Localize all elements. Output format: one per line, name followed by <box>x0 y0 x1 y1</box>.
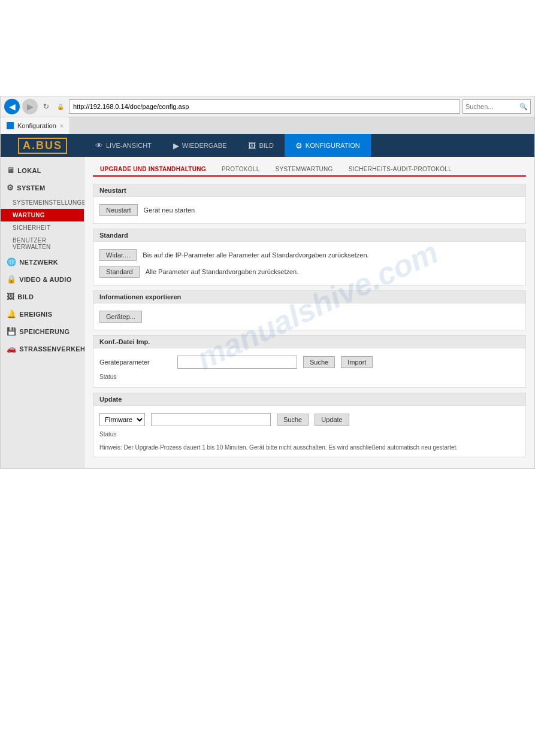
standard-description: Alle Parameter auf Standardvorgaben zurü… <box>146 268 519 275</box>
url-bar[interactable] <box>69 99 460 114</box>
konf-status-label: Status <box>99 374 116 380</box>
strassenverkehr-icon: 🚗 <box>7 344 16 353</box>
info-export-row: Gerätep... <box>99 308 519 325</box>
sidebar-label-strassenverkehr: STRASSENVERKEHR <box>19 345 90 353</box>
browser-toolbar: ◀ ▶ ↻ 🔒 🔍 <box>0 96 535 117</box>
geraetep-button[interactable]: Gerätep... <box>99 311 142 323</box>
nav-item-config[interactable]: ⚙ KONFIGURATION <box>285 134 371 157</box>
sidebar-item-strassenverkehr[interactable]: 🚗 STRASSENVERKEHR <box>1 340 84 357</box>
widar-row: Widar.... Bis auf die IP-Parameter alle … <box>99 247 519 263</box>
konf-datei-title: Konf.-Datei Imp. <box>99 338 150 345</box>
widar-description: Bis auf die IP-Parameter alle Parameter … <box>143 251 519 259</box>
update-suche-button[interactable]: Suche <box>277 414 309 426</box>
info-export-section: Informationen exportieren Gerätep... <box>93 290 526 330</box>
tab-close-button[interactable]: × <box>60 122 64 129</box>
konf-datei-header: Konf.-Datei Imp. <box>93 336 525 348</box>
info-export-body: Gerätep... <box>93 303 525 330</box>
geraeteparameter-row: Geräteparameter Suche Import <box>99 353 519 371</box>
image-icon: 🖼 <box>248 141 256 150</box>
browser-tab[interactable]: Konfiguration × <box>1 117 70 134</box>
video-icon: 🔒 <box>7 275 16 284</box>
live-icon: 👁 <box>95 141 103 150</box>
tab-sicherheitsaudit[interactable]: SICHERHEITS-AUDIT-PROTOKOLL <box>341 163 459 177</box>
tab-upgrade[interactable]: UPGRADE UND INSTANDHALTUNG <box>93 163 213 177</box>
back-button[interactable]: ◀ <box>4 99 20 114</box>
tab-protokoll[interactable]: PROTOKOLL <box>214 163 267 177</box>
bild-icon: 🖼 <box>7 292 14 301</box>
browser-search-input[interactable] <box>466 103 519 110</box>
update-button[interactable]: Update <box>315 414 349 426</box>
search-icon: 🔍 <box>519 103 528 111</box>
konf-status-row: Status <box>99 371 519 382</box>
update-status-label: Status <box>99 431 116 438</box>
ereignis-icon: 🔔 <box>7 309 16 318</box>
update-row: Firmware Suche Update <box>99 411 519 429</box>
standard-title: Standard <box>99 232 128 239</box>
ssl-indicator: 🔒 <box>55 104 67 110</box>
sidebar-item-netzwerk[interactable]: 🌐 NETZWERK <box>1 253 84 271</box>
widar-button[interactable]: Widar.... <box>99 249 137 261</box>
update-file-input[interactable] <box>151 413 271 426</box>
content-area: 🖥 LOKAL ⚙ SYSTEM SYSTEMEINSTELLUNGEN WAR… <box>1 157 534 468</box>
update-hint: Hinweis: Der Upgrade-Prozess dauert 1 bi… <box>99 444 519 452</box>
neustart-section: Neustart Neustart Gerät neu starten <box>93 184 526 224</box>
konf-import-button[interactable]: Import <box>341 356 373 368</box>
nav-label-image: BILD <box>259 142 273 149</box>
nav-item-image[interactable]: 🖼 BILD <box>237 134 284 157</box>
playback-icon: ▶ <box>173 141 179 150</box>
sidebar-item-ereignis[interactable]: 🔔 EREIGNIS <box>1 305 84 323</box>
standard-row: Standard Alle Parameter auf Standardvorg… <box>99 263 519 280</box>
geraeteparameter-input[interactable] <box>177 356 297 369</box>
logo-area: A.BUS <box>1 134 84 157</box>
sidebar-item-system[interactable]: ⚙ SYSTEM <box>1 179 84 196</box>
netzwerk-icon: 🌐 <box>7 257 16 266</box>
sidebar-sub-benutzer[interactable]: BENUTZER VERWALTEN <box>1 234 84 253</box>
sidebar-label-video: VIDEO & AUDIO <box>19 276 71 283</box>
sidebar-label-bild: BILD <box>17 293 34 300</box>
tab-title: Konfiguration <box>17 122 56 129</box>
forward-button: ▶ <box>22 99 38 114</box>
refresh-button[interactable]: ↻ <box>40 101 52 113</box>
tab-sicherheitsaudit-label: SICHERHEITS-AUDIT-PROTOKOLL <box>349 166 452 172</box>
tab-systemwartung[interactable]: SYSTEMWARTUNG <box>268 163 340 177</box>
sidebar-label-netzwerk: NETZWERK <box>19 259 58 266</box>
nav-items: 👁 LIVE-ANSICHT ▶ WIEDERGABE 🖼 BILD ⚙ KON… <box>84 134 534 157</box>
update-type-select[interactable]: Firmware <box>99 413 145 426</box>
sidebar-label-system: SYSTEM <box>17 184 45 192</box>
logo: A.BUS <box>18 138 67 154</box>
neustart-header: Neustart <box>93 184 525 197</box>
update-status-row: Status <box>99 429 519 440</box>
sidebar-sub-wartung[interactable]: WARTUNG <box>1 209 84 221</box>
speicherung-icon: 💾 <box>7 327 16 336</box>
standard-header: Standard <box>93 229 525 242</box>
neustart-body: Neustart Gerät neu starten <box>93 197 525 223</box>
sidebar-sub-sicherheit[interactable]: SICHERHEIT <box>1 221 84 234</box>
nav-label-live: LIVE-ANSICHT <box>106 142 152 149</box>
standard-body: Widar.... Bis auf die IP-Parameter alle … <box>93 242 525 285</box>
sidebar-label-lokal: LOKAL <box>17 167 41 174</box>
neustart-button[interactable]: Neustart <box>99 204 138 216</box>
nav-item-live[interactable]: 👁 LIVE-ANSICHT <box>84 134 162 157</box>
sidebar-item-bild[interactable]: 🖼 BILD <box>1 288 84 305</box>
neustart-description: Gerät neu starten <box>144 207 519 214</box>
geraeteparameter-label: Geräteparameter <box>99 359 171 366</box>
nav-label-playback: WIEDERGABE <box>182 142 227 149</box>
standard-button[interactable]: Standard <box>99 266 140 278</box>
nav-label-config: KONFIGURATION <box>306 142 360 149</box>
search-area: 🔍 <box>463 99 531 114</box>
nav-item-playback[interactable]: ▶ WIEDERGABE <box>162 134 238 157</box>
sidebar-label-sicherheit: SICHERHEIT <box>13 224 51 231</box>
info-export-header: Informationen exportieren <box>93 291 525 303</box>
sidebar-item-speicherung[interactable]: 💾 SPEICHERUNG <box>1 323 84 340</box>
sidebar-item-video[interactable]: 🔒 VIDEO & AUDIO <box>1 271 84 288</box>
config-icon: ⚙ <box>295 141 303 150</box>
konf-suche-button[interactable]: Suche <box>303 356 335 368</box>
sidebar-item-lokal[interactable]: 🖥 LOKAL <box>1 162 84 179</box>
tab-systemwartung-label: SYSTEMWARTUNG <box>276 166 333 172</box>
top-navigation: A.BUS 👁 LIVE-ANSICHT ▶ WIEDERGABE 🖼 BILD… <box>1 134 534 157</box>
lokal-icon: 🖥 <box>7 166 14 175</box>
sidebar-label-systemeinstellungen: SYSTEMEINSTELLUNGEN <box>13 199 90 206</box>
neustart-title: Neustart <box>99 187 126 194</box>
system-icon: ⚙ <box>7 183 14 192</box>
sidebar-sub-systemeinstellungen[interactable]: SYSTEMEINSTELLUNGEN <box>1 196 84 209</box>
